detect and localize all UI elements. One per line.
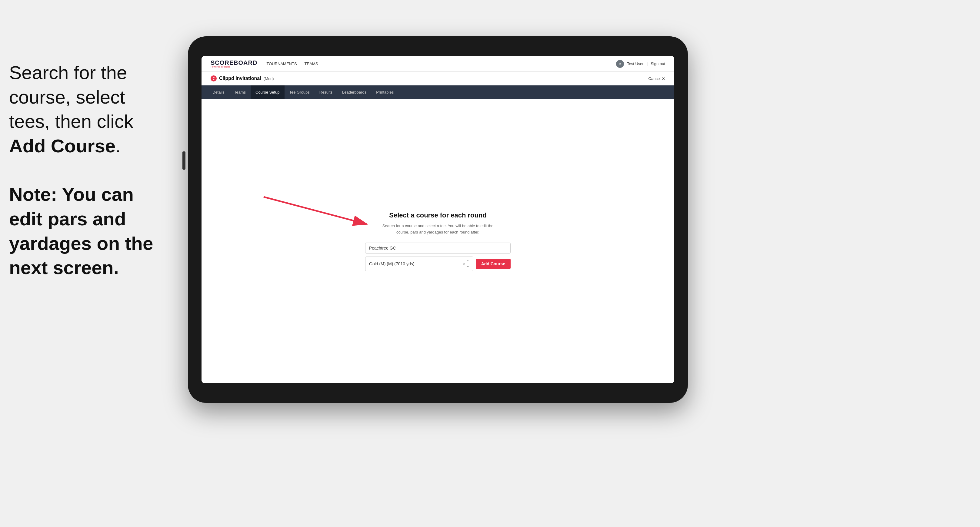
logo-area: SCOREBOARD Powered by clippd bbox=[211, 60, 257, 68]
nav-tournaments[interactable]: TOURNAMENTS bbox=[266, 62, 297, 66]
logo-text: SCOREBOARD bbox=[211, 60, 257, 66]
annotation-area: Search for thecourse, selecttees, then c… bbox=[9, 60, 185, 280]
separator: | bbox=[647, 62, 648, 66]
tab-results[interactable]: Results bbox=[315, 86, 337, 99]
tablet-side-button bbox=[183, 151, 185, 170]
main-content: Select a course for each round Search fo… bbox=[202, 99, 674, 383]
note-line1: Note: You can bbox=[9, 184, 134, 205]
nav-links: TOURNAMENTS TEAMS bbox=[266, 62, 318, 66]
cancel-button[interactable]: Cancel ✕ bbox=[649, 76, 665, 81]
tournament-header: C Clippd Invitational (Men) Cancel ✕ bbox=[202, 72, 674, 86]
tee-value: Gold (M) (M) (7010 yds) bbox=[369, 261, 414, 266]
nav-teams[interactable]: TEAMS bbox=[305, 62, 318, 66]
tournament-icon: C bbox=[211, 75, 217, 81]
tournament-title: C Clippd Invitational (Men) bbox=[211, 75, 274, 81]
tab-printables[interactable]: Printables bbox=[371, 86, 398, 99]
tablet-device: SCOREBOARD Powered by clippd TOURNAMENTS… bbox=[188, 37, 688, 403]
cancel-label: Cancel bbox=[649, 76, 660, 81]
dropdown-icon[interactable]: ⌃⌄ bbox=[466, 260, 469, 268]
content-card: Select a course for each round Search fo… bbox=[365, 211, 511, 271]
logo-sub: Powered by clippd bbox=[211, 66, 257, 68]
desc-line1: Search for a course and select a tee. Yo… bbox=[382, 224, 493, 228]
annotation-period: . bbox=[115, 135, 121, 156]
note-line4: next screen. bbox=[9, 257, 119, 278]
user-name: Test User bbox=[627, 62, 644, 66]
annotation-text: Search for thecourse, selecttees, then c… bbox=[9, 60, 185, 158]
tab-course-setup[interactable]: Course Setup bbox=[251, 86, 285, 99]
tablet-screen: SCOREBOARD Powered by clippd TOURNAMENTS… bbox=[202, 56, 674, 383]
tee-row: Gold (M) (M) (7010 yds) × ⌃⌄ Add Course bbox=[365, 257, 511, 271]
tab-leaderboards[interactable]: Leaderboards bbox=[337, 86, 371, 99]
cancel-icon: ✕ bbox=[662, 76, 665, 81]
add-course-button[interactable]: Add Course bbox=[476, 259, 511, 269]
top-navbar: SCOREBOARD Powered by clippd TOURNAMENTS… bbox=[202, 56, 674, 72]
annotation-note: Note: You can edit pars and yardages on … bbox=[9, 183, 185, 280]
tab-teams[interactable]: Teams bbox=[229, 86, 251, 99]
tee-select[interactable]: Gold (M) (M) (7010 yds) × ⌃⌄ bbox=[365, 257, 473, 271]
tab-details[interactable]: Details bbox=[208, 86, 229, 99]
tee-select-wrapper: Gold (M) (M) (7010 yds) × ⌃⌄ bbox=[365, 257, 473, 271]
tournament-gender: (Men) bbox=[264, 76, 274, 81]
course-search-input[interactable] bbox=[365, 243, 511, 254]
note-line3: yardages on the bbox=[9, 233, 153, 254]
card-title: Select a course for each round bbox=[365, 211, 511, 219]
user-avatar: B bbox=[616, 60, 624, 68]
note-line2: edit pars and bbox=[9, 208, 126, 229]
sign-out-link[interactable]: Sign out bbox=[651, 62, 665, 66]
tournament-name: Clippd Invitational bbox=[219, 76, 261, 81]
sub-navigation: Details Teams Course Setup Tee Groups Re… bbox=[202, 86, 674, 99]
navbar-right: B Test User | Sign out bbox=[616, 60, 665, 68]
clear-icon[interactable]: × bbox=[463, 262, 465, 266]
tournament-icon-letter: C bbox=[212, 77, 215, 80]
tee-select-icons: × ⌃⌄ bbox=[463, 260, 469, 268]
annotation-bold: Add Course bbox=[9, 135, 115, 156]
tab-tee-groups[interactable]: Tee Groups bbox=[285, 86, 315, 99]
desc-line2: course, pars and yardages for each round… bbox=[396, 230, 479, 235]
card-description: Search for a course and select a tee. Yo… bbox=[365, 223, 511, 236]
navbar-left: SCOREBOARD Powered by clippd TOURNAMENTS… bbox=[211, 60, 318, 68]
